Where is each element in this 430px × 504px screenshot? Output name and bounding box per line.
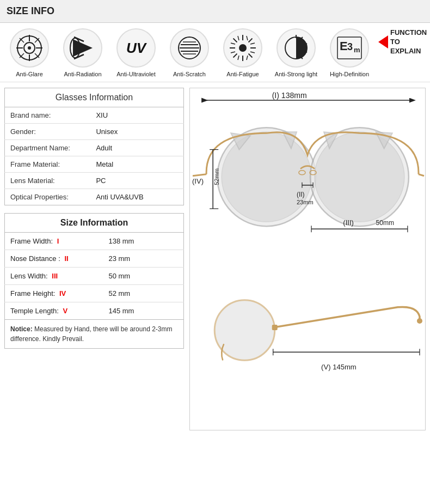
page-title: SIZE INFO	[7, 5, 54, 16]
high-definition-icon-circle: E 3 m	[330, 28, 369, 68]
anti-strong-light-icon-circle	[277, 28, 316, 68]
table-row: Nose Distance : II 23 mm	[5, 250, 184, 268]
table-row: Frame Width: I 138 mm	[5, 233, 184, 250]
svg-text:(II): (II)	[297, 191, 305, 198]
anti-uv-label: Anti-Ultraviolet	[116, 71, 156, 77]
glasses-info-table: Glasses Information Brand name: XIU Gend…	[4, 88, 184, 205]
lens-width-value: 50 mm	[103, 268, 183, 285]
svg-line-35	[250, 52, 255, 53]
features-icons-row: Anti-Glare Anti-Radiation UV Anti-Ultrav…	[0, 23, 430, 82]
anti-fatigue-label: Anti-Fatigue	[226, 71, 259, 77]
temple-length-label: Temple Length: V	[5, 302, 103, 320]
feature-anti-strong-light: Anti-Strong light	[269, 28, 323, 77]
anti-radiation-icon	[69, 34, 97, 62]
lens-material-value: PC	[90, 173, 183, 189]
feature-anti-fatigue: Anti-Fatigue	[216, 28, 269, 77]
gender-label: Gender:	[5, 124, 91, 140]
svg-point-80	[417, 318, 422, 324]
svg-rect-81	[272, 325, 278, 330]
frame-material-value: Metal	[90, 156, 183, 173]
feature-anti-uv: UV Anti-Ultraviolet	[109, 28, 163, 77]
anti-strong-light-icon	[282, 34, 310, 62]
nose-distance-label: Nose Distance : II	[5, 250, 103, 268]
right-panel-diagram: (I) 138mm	[189, 88, 426, 430]
table-row: Lens Material: PC	[5, 173, 184, 189]
function-explain-box: FUNCTIONTOEXPLAIN	[378, 28, 427, 56]
svg-line-29	[249, 54, 253, 58]
high-definition-icon: E 3 m	[335, 34, 364, 62]
svg-point-79	[214, 300, 275, 361]
svg-line-34	[231, 43, 235, 44]
svg-line-31	[234, 54, 237, 58]
department-label: Department Name:	[5, 140, 91, 156]
svg-line-62	[193, 174, 206, 176]
frame-height-label: Frame Height: IV	[5, 285, 103, 302]
frame-height-value: 52 mm	[103, 285, 183, 302]
feature-anti-scratch: Anti-Scratch	[163, 28, 216, 77]
anti-scratch-label: Anti-Scratch	[173, 71, 206, 77]
high-definition-label: High-Definition	[330, 71, 369, 77]
table-row: Frame Height: IV 52 mm	[5, 285, 184, 302]
anti-fatigue-icon-circle	[223, 28, 262, 68]
frame-width-label: Frame Width: I	[5, 233, 103, 250]
svg-text:(IV): (IV)	[192, 177, 204, 185]
svg-point-23	[239, 44, 247, 52]
brand-label: Brand name:	[5, 107, 91, 124]
svg-text:50mm: 50mm	[376, 219, 394, 227]
svg-text:52mm: 52mm	[213, 168, 220, 185]
nose-distance-value: 23 mm	[103, 250, 183, 268]
svg-text:(III): (III)	[343, 218, 354, 227]
notice-text: Measured by Hand, there will be around 2…	[10, 325, 172, 343]
anti-fatigue-icon	[229, 34, 257, 62]
svg-line-32	[238, 36, 239, 40]
table-row: Temple Length: V 145 mm	[5, 302, 184, 320]
gender-value: Unisex	[90, 124, 183, 140]
svg-point-2	[28, 46, 31, 50]
department-value: Adult	[90, 140, 183, 156]
frame-width-value: 138 mm	[103, 233, 183, 250]
optical-props-label: Optical Properties:	[5, 189, 91, 205]
anti-uv-icon: UV	[126, 40, 146, 57]
table-row: Frame Material: Metal	[5, 156, 184, 173]
feature-anti-glare: Anti-Glare	[3, 28, 56, 77]
anti-radiation-label: Anti-Radiation	[64, 71, 101, 77]
lens-material-label: Lens Material:	[5, 173, 91, 189]
optical-props-value: Anti UVA&UVB	[90, 189, 183, 205]
feature-high-definition: E 3 m High-Definition	[323, 28, 376, 77]
anti-scratch-icon	[175, 34, 204, 62]
size-info-title: Size Information	[5, 214, 184, 233]
svg-line-33	[247, 56, 248, 60]
brand-value: XIU	[90, 107, 183, 124]
svg-line-63	[419, 174, 424, 176]
function-arrow-icon	[378, 35, 388, 48]
table-row: Lens Width: III 50 mm	[5, 268, 184, 285]
left-panel: Glasses Information Brand name: XIU Gend…	[4, 88, 184, 430]
svg-line-37	[250, 43, 255, 44]
frame-material-label: Frame Material:	[5, 156, 91, 173]
main-content: Glasses Information Brand name: XIU Gend…	[0, 82, 430, 436]
anti-uv-icon-circle: UV	[116, 28, 156, 68]
anti-scratch-icon-circle	[170, 28, 209, 68]
temple-length-value: 145 mm	[103, 302, 183, 320]
notice-box: Notice: Measured by Hand, there will be …	[4, 320, 184, 349]
table-row: Gender: Unisex	[5, 124, 184, 140]
table-row: Brand name: XIU	[5, 107, 184, 124]
svg-text:E: E	[340, 39, 348, 53]
notice-label: Notice:	[10, 325, 34, 333]
svg-marker-11	[73, 39, 93, 57]
svg-point-53	[222, 132, 311, 222]
table-row: Department Name: Adult	[5, 140, 184, 156]
anti-glare-label: Anti-Glare	[16, 71, 43, 77]
feature-anti-radiation: Anti-Radiation	[56, 28, 109, 77]
svg-line-36	[231, 52, 235, 53]
svg-line-30	[249, 39, 253, 42]
svg-text:3: 3	[347, 41, 353, 52]
svg-line-39	[247, 36, 248, 40]
size-info-table: Size Information Frame Width: I 138 mm N…	[4, 213, 184, 320]
svg-text:(I)  138mm: (I) 138mm	[272, 91, 307, 100]
anti-strong-light-label: Anti-Strong light	[275, 71, 317, 77]
svg-line-38	[238, 56, 239, 60]
anti-radiation-icon-circle	[63, 28, 102, 68]
svg-line-28	[234, 39, 237, 42]
svg-text:(V)   145mm: (V) 145mm	[321, 363, 357, 371]
